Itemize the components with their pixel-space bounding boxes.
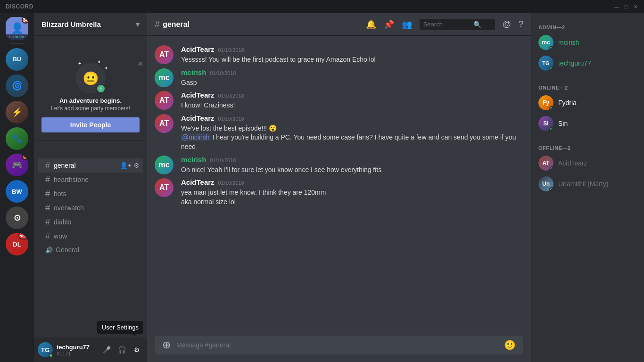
channel-item-wow[interactable]: # wow xyxy=(38,229,143,243)
message-content: AcidTearz 01/10/2018 Yesssss! You will b… xyxy=(181,45,523,65)
avatar: AT xyxy=(155,91,173,110)
search-icon[interactable]: 🔍 xyxy=(473,21,481,28)
channel-name-hearthstone: hearthstone xyxy=(54,176,140,183)
status-indicator xyxy=(549,66,553,71)
server-icon-s4[interactable]: 🐾 xyxy=(6,127,28,150)
status-indicator xyxy=(549,166,553,171)
user-settings-tooltip: User Settings xyxy=(97,321,143,334)
user-settings-button[interactable]: ⚙ xyxy=(130,343,143,356)
hash-icon-general: # xyxy=(45,161,50,170)
minimize-button[interactable]: — xyxy=(614,4,619,9)
server-icon-s6[interactable]: BW xyxy=(6,180,28,203)
server-list: 👤 34 7 ONLINE BU 🌀 ⚡ 🐾 🎮 1 xyxy=(0,13,34,362)
channel-item-hots[interactable]: # hots xyxy=(38,187,143,201)
invite-avatar-plus-icon: + xyxy=(96,84,106,93)
message-header: AcidTearz 01/10/2018 xyxy=(181,114,523,122)
avatar: AT xyxy=(155,45,173,64)
message-timestamp: 01/10/2018 xyxy=(218,180,244,186)
avatar: AT xyxy=(155,114,173,133)
server-dropdown-icon[interactable]: ▾ xyxy=(136,20,140,29)
message-input-area: ⊕ 🙂 xyxy=(147,336,531,362)
user-panel: TG techguru77 #1171 🎤 🎧 ⚙ User Settings xyxy=(34,337,147,362)
member-item-mcirish[interactable]: mc mcirish xyxy=(535,32,640,53)
status-indicator xyxy=(549,106,553,110)
channel-name-diablo: diablo xyxy=(54,218,140,226)
help-icon[interactable]: ? xyxy=(519,19,523,29)
window-controls: — □ ✕ xyxy=(614,4,638,9)
member-name: AcidTearz xyxy=(558,159,587,167)
mention: @mcirish xyxy=(181,133,211,141)
member-item-sin[interactable]: Si Sin xyxy=(535,113,640,134)
members-icon[interactable]: 👥 xyxy=(402,19,412,30)
members-section-offline: OFFLINE—2 xyxy=(535,141,640,153)
server-header[interactable]: Blizzard Umbrella ▾ xyxy=(34,13,147,36)
member-name: techguru77 xyxy=(558,59,591,67)
message-text: yea man just let me know. I think they a… xyxy=(181,188,523,206)
emoji-button[interactable]: 🙂 xyxy=(504,339,516,351)
pin-icon[interactable]: 📌 xyxy=(384,19,394,30)
server-badge-s8: NEW xyxy=(18,233,28,239)
invite-avatar-container: 😐 + ✦ ✦ ✦ xyxy=(75,63,106,93)
sparkle-icon-2: ✦ xyxy=(97,59,101,65)
invite-popup-close[interactable]: ✕ xyxy=(137,59,143,68)
channel-item-diablo[interactable]: # diablo xyxy=(38,215,143,229)
username: techguru77 xyxy=(57,344,96,351)
message-timestamp: 01/10/2018 xyxy=(210,157,236,163)
microphone-button[interactable]: 🎤 xyxy=(100,343,113,356)
server-icon-s2[interactable]: 🌀 xyxy=(6,74,28,97)
avatar: mc xyxy=(155,156,173,174)
close-button[interactable]: ✕ xyxy=(633,4,638,9)
app-title: DISCORD xyxy=(6,3,33,10)
member-item-fydria[interactable]: Fy Fydria xyxy=(535,92,640,113)
avatar: mc xyxy=(155,68,173,87)
message-group: AT AcidTearz 01/10/2018 We've lost the b… xyxy=(147,112,531,154)
server-icon-s1[interactable]: BU xyxy=(6,48,28,71)
headset-button[interactable]: 🎧 xyxy=(115,343,128,356)
add-attachment-button[interactable]: ⊕ xyxy=(162,339,171,351)
dm-button[interactable]: 👤 34 7 ONLINE xyxy=(6,17,28,40)
members-section-admin: ADMIN—2 xyxy=(535,21,640,32)
channel-item-overwatch[interactable]: # overwatch xyxy=(38,201,143,215)
chat-channel-title: # general xyxy=(155,19,190,30)
settings-icon[interactable]: ⚙ xyxy=(133,162,140,169)
member-item-acidtearz[interactable]: AT AcidTearz xyxy=(535,153,640,173)
message-text: Gasp xyxy=(181,78,523,88)
member-item-techguru77[interactable]: TG techguru77 xyxy=(535,53,640,74)
user-info: techguru77 #1171 xyxy=(57,344,96,356)
invite-popup: ✕ 😐 + ✦ ✦ ✦ An adventure begins. Let's a… xyxy=(34,56,147,140)
speaker-icon: 🔊 xyxy=(45,247,53,254)
message-content: AcidTearz 01/10/2018 We've lost the best… xyxy=(181,114,523,152)
member-avatar: TG xyxy=(538,56,553,71)
member-item-unamithil[interactable]: Un Unamithil (Marty) xyxy=(535,173,640,194)
add-user-icon[interactable]: 👤+ xyxy=(120,162,132,169)
chat-header: # general 🔔 📌 👥 🔍 @ ? xyxy=(147,13,531,36)
chat-channel-name-text: general xyxy=(163,20,190,29)
message-username: AcidTearz xyxy=(181,45,215,53)
message-header: mcirish 01/10/2018 xyxy=(181,68,523,76)
message-header: AcidTearz 01/10/2018 xyxy=(181,45,523,53)
channel-name-overwatch: overwatch xyxy=(54,204,140,212)
search-input[interactable] xyxy=(423,21,471,28)
message-input[interactable] xyxy=(176,336,498,354)
server-icon-s3[interactable]: ⚡ xyxy=(6,101,28,123)
user-status-dot xyxy=(49,353,53,358)
channel-name-wow: wow xyxy=(54,232,140,240)
at-icon[interactable]: @ xyxy=(503,19,511,29)
server-icon-s8[interactable]: DL NEW xyxy=(6,233,28,255)
message-username: AcidTearz xyxy=(181,178,215,186)
channel-item-hearthstone[interactable]: # hearthstone xyxy=(38,173,143,187)
message-group: mc mcirish 01/10/2018 Oh nice! Yeah I'll… xyxy=(147,154,531,177)
invite-people-button[interactable]: Invite People xyxy=(41,117,140,132)
server-icon-s7[interactable]: ⊙ xyxy=(6,206,28,229)
channel-item-voice-general[interactable]: 🔊 General xyxy=(38,243,143,256)
message-group: AT AcidTearz 01/10/2018 Yesssss! You wil… xyxy=(147,43,531,66)
bell-icon[interactable]: 🔔 xyxy=(366,19,376,30)
dm-badge: 34 xyxy=(22,17,28,24)
message-timestamp: 01/10/2018 xyxy=(218,47,244,53)
server-icon-s5[interactable]: 🎮 1 xyxy=(6,154,28,176)
sparkle-icon: ✦ xyxy=(78,61,82,66)
message-username: AcidTearz xyxy=(181,114,215,122)
maximize-button[interactable]: □ xyxy=(623,4,629,9)
channel-item-general[interactable]: # general 👤+ ⚙ xyxy=(38,158,143,173)
members-sidebar: ADMIN—2 mc mcirish TG techguru77 ONLINE—… xyxy=(531,13,644,362)
